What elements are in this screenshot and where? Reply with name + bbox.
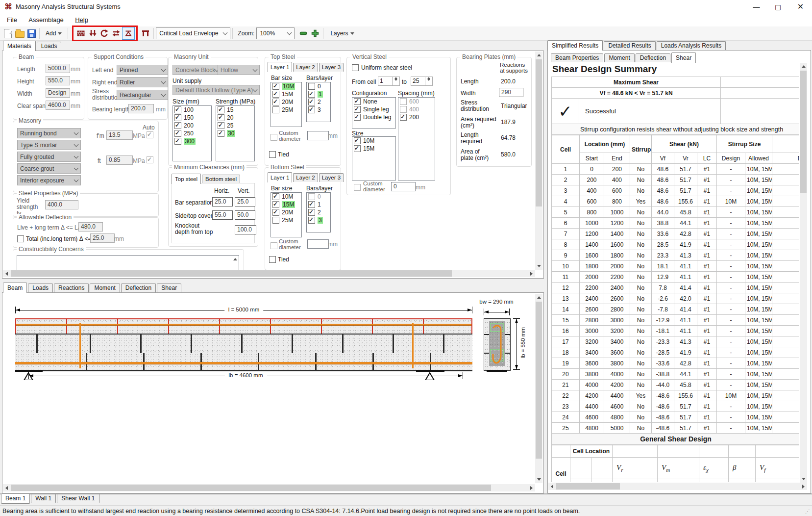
checkbox[interactable] xyxy=(308,91,315,98)
spinner-down-icon[interactable] xyxy=(394,79,397,81)
results-hscrollbar[interactable] xyxy=(548,483,807,490)
resize-grip[interactable]: ⋰ xyxy=(805,509,811,514)
checkbox[interactable] xyxy=(272,193,279,200)
checkbox[interactable] xyxy=(400,106,407,113)
menu-assemblage[interactable]: Assemblage xyxy=(24,14,69,26)
knockout-depth-field[interactable]: 100.0 xyxy=(235,225,256,234)
tab-shear-wall-1[interactable]: Shear Wall 1 xyxy=(57,494,99,503)
checkbox[interactable] xyxy=(174,130,181,137)
tab-beam-properties[interactable]: Beam Properties xyxy=(551,53,603,62)
checkbox[interactable] xyxy=(272,91,279,98)
checkbox[interactable] xyxy=(354,98,361,105)
length-field[interactable]: 5000.0 xyxy=(46,64,70,73)
bottom-bars-layer-checklist[interactable]: 0123 xyxy=(306,192,331,232)
load-envelope-dropdown[interactable]: Critical Load Envelope xyxy=(156,27,230,39)
tab-loads-analysis-results[interactable]: Loads Analysis Results xyxy=(657,41,726,50)
top-bars-layer-checklist[interactable]: 0123 xyxy=(306,82,331,122)
scroll-thumb[interactable] xyxy=(800,71,807,193)
scroll-down-icon[interactable] xyxy=(537,478,541,481)
right-end-dropdown[interactable]: Roller xyxy=(117,77,168,87)
checkbox[interactable] xyxy=(174,114,181,121)
vertical-size-checklist[interactable]: 10M15M xyxy=(352,136,396,181)
ft-field[interactable]: 0.85 xyxy=(106,155,133,165)
tab-layer-2[interactable]: Layer 2 xyxy=(293,63,318,72)
bottom-bar-size-checklist[interactable]: 10M15M20M25M xyxy=(271,192,302,237)
beam-hscrollbar[interactable] xyxy=(3,484,535,491)
layers-button[interactable]: Layers xyxy=(325,28,359,38)
checkbox[interactable] xyxy=(174,122,181,129)
size-checklist[interactable]: 100150200250300 xyxy=(172,105,212,161)
scroll-thumb[interactable] xyxy=(536,59,542,206)
bottom-tied-checkbox[interactable] xyxy=(269,256,276,263)
zoom-in-button[interactable] xyxy=(309,27,321,39)
scroll-up-icon[interactable] xyxy=(233,258,237,260)
scroll-right-icon[interactable] xyxy=(802,485,805,489)
checkbox[interactable] xyxy=(354,145,361,152)
left-end-dropdown[interactable]: Pinned xyxy=(117,65,168,75)
tab-reactions[interactable]: Reactions xyxy=(54,284,89,292)
scroll-up-icon[interactable] xyxy=(537,296,541,299)
checkbox[interactable] xyxy=(218,122,224,129)
scroll-thumb[interactable] xyxy=(11,485,491,491)
unit-supply-dropdown[interactable]: Default Block Hollow (Type A) xyxy=(172,85,260,95)
tab-layer-1[interactable]: Layer 1 xyxy=(268,62,292,72)
checkbox[interactable] xyxy=(308,193,315,200)
tab-top-steel[interactable]: Top steel xyxy=(172,174,201,184)
tab-simplified-results[interactable]: Simplified Results xyxy=(547,40,603,51)
checkbox[interactable] xyxy=(272,209,279,216)
minimize-button[interactable]: — xyxy=(745,0,767,14)
close-button[interactable]: ✕ xyxy=(789,0,812,14)
checkbox[interactable] xyxy=(174,106,181,113)
clear-span-field[interactable]: 4600.0 xyxy=(46,101,70,110)
total-deflection-checkbox[interactable] xyxy=(17,235,24,242)
menu-help[interactable]: Help xyxy=(70,14,93,26)
bottom-custom-diameter-checkbox[interactable] xyxy=(271,242,277,249)
total-deflection-field[interactable]: 25.0 xyxy=(90,233,115,243)
scroll-thumb[interactable] xyxy=(556,483,620,490)
fy-field[interactable]: 400.0 xyxy=(45,200,78,209)
uniform-shear-checkbox[interactable] xyxy=(352,64,359,71)
tab-layer-3[interactable]: Layer 3 xyxy=(319,63,344,72)
save-button[interactable] xyxy=(25,27,37,39)
tab-loads[interactable]: Loads xyxy=(28,284,53,292)
checkbox[interactable] xyxy=(308,201,315,208)
tab-beam[interactable]: Beam xyxy=(3,283,27,293)
menu-file[interactable]: File xyxy=(2,14,22,26)
ft-auto-checkbox[interactable] xyxy=(147,156,153,163)
bond-dropdown[interactable]: Running bond xyxy=(17,128,81,138)
tab-layer-3[interactable]: Layer 3 xyxy=(319,173,344,182)
checkbox[interactable] xyxy=(308,209,315,216)
top-custom-diameter-field[interactable] xyxy=(307,131,329,140)
bottom-custom-diameter-field[interactable] xyxy=(307,239,329,249)
scroll-right-icon[interactable] xyxy=(530,272,533,276)
spinner-down-icon[interactable] xyxy=(427,79,430,81)
scroll-down-icon[interactable] xyxy=(537,265,541,267)
materials-hscrollbar[interactable] xyxy=(3,270,535,277)
tab-materials[interactable]: Materials xyxy=(3,41,36,51)
results-vscrollbar[interactable] xyxy=(800,63,807,483)
checkbox[interactable] xyxy=(354,137,361,144)
to-cell-spinner[interactable]: 25 xyxy=(411,77,433,86)
tab-detailed-results[interactable]: Detailed Results xyxy=(604,41,655,50)
scroll-thumb[interactable] xyxy=(11,270,452,277)
tab-shear[interactable]: Shear xyxy=(671,52,696,63)
exposure-dropdown[interactable]: Interior exposure xyxy=(17,175,81,185)
checkbox[interactable] xyxy=(272,217,279,224)
axial-load-button[interactable] xyxy=(110,27,122,39)
bar-separation-h-field[interactable]: 25.0 xyxy=(212,197,233,206)
zoom-dropdown[interactable]: 100% xyxy=(256,27,295,39)
vs-custom-diameter-checkbox[interactable] xyxy=(354,184,361,191)
checkbox[interactable] xyxy=(272,201,279,208)
vs-custom-diameter-field[interactable]: 0 xyxy=(391,182,416,191)
checkbox[interactable] xyxy=(308,99,315,105)
stress-distribution-dropdown[interactable]: Rectangular xyxy=(117,90,168,100)
checkbox[interactable] xyxy=(272,99,279,105)
bearing-width-field[interactable]: 290 xyxy=(499,88,523,97)
hollow-dropdown[interactable]: Hollow xyxy=(218,65,260,75)
tab-bottom-steel[interactable]: Bottom steel xyxy=(202,175,240,183)
scroll-right-icon[interactable] xyxy=(530,486,533,490)
strength-checklist[interactable]: 15202530 xyxy=(216,105,255,161)
tab-wall-1[interactable]: Wall 1 xyxy=(31,494,56,503)
checkbox[interactable] xyxy=(174,138,181,145)
checkbox[interactable] xyxy=(218,130,224,137)
